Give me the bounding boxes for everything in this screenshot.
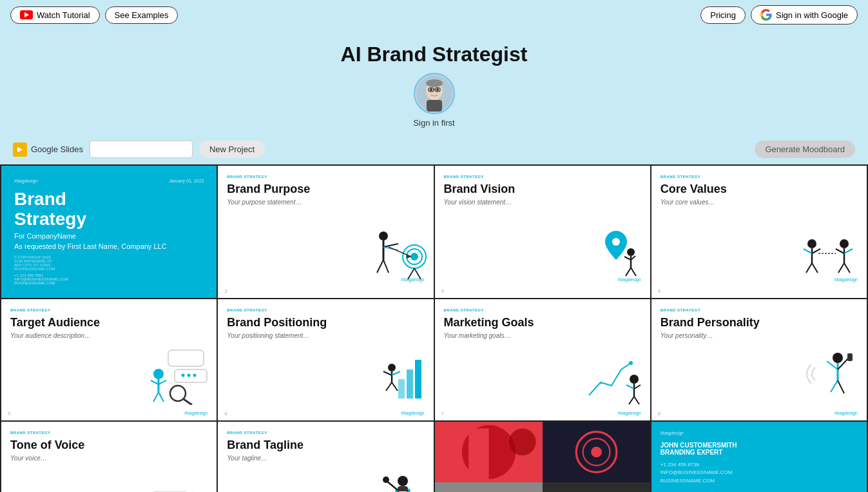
tagline-illustration: JUST DO IT: [379, 469, 427, 492]
slide-blue-info[interactable]: #bagdesign JOHN CUSTOMERSMITHBRANDING EX…: [651, 422, 868, 492]
svg-point-29: [807, 239, 816, 248]
sign-in-label: Sign in with Google: [776, 10, 848, 20]
svg-line-21: [383, 260, 389, 273]
slide-brand-purpose[interactable]: BRAND STRATEGY Brand Purpose Your purpos…: [218, 166, 434, 299]
svg-line-54: [184, 399, 192, 405]
svg-line-38: [844, 249, 853, 253]
slide-8-page: 8: [658, 411, 661, 417]
archer-illustration: [369, 224, 427, 285]
vision-illustration: [589, 228, 644, 285]
svg-line-68: [634, 385, 641, 389]
svg-point-64: [629, 361, 633, 365]
slide-core-values[interactable]: BRAND STRATEGY Core Values Your core val…: [651, 166, 868, 299]
svg-rect-8: [427, 100, 442, 112]
slide-7-title: Marketing Goals: [444, 316, 641, 330]
sign-in-prompt[interactable]: Sign in first: [0, 118, 868, 128]
slide-7-page: 7: [441, 411, 444, 417]
slide-2-label: BRAND STRATEGY: [227, 175, 424, 179]
svg-line-62: [386, 382, 392, 391]
slide-brand-tagline[interactable]: BRAND STRATEGY Brand Tagline Your taglin…: [218, 422, 434, 492]
svg-line-67: [626, 385, 634, 389]
slide-8-title: Brand Personality: [661, 316, 858, 330]
slide-5-title: Target Audience: [10, 316, 207, 330]
svg-point-71: [833, 353, 843, 363]
svg-rect-55: [398, 379, 405, 399]
marketing-illustration: [583, 350, 644, 408]
pricing-button[interactable]: Pricing: [700, 6, 746, 24]
slide-7-desc: Your marketing goals…: [444, 332, 641, 339]
slide-5-desc: Your audience description…: [10, 332, 207, 339]
cover-date: January 01, 2023: [169, 179, 204, 183]
see-examples-button[interactable]: See Examples: [105, 6, 178, 24]
google-slides-label: Google Slides: [31, 144, 83, 154]
slide-cover-inner: #bagdesign January 01, 2023 BrandStrateg…: [1, 166, 217, 298]
svg-point-23: [627, 248, 635, 256]
watch-tutorial-label: Watch Tutorial: [37, 10, 90, 20]
svg-point-44: [182, 373, 185, 377]
slide-9-desc: Your voice…: [10, 455, 207, 462]
slide-6-page: 6: [224, 411, 227, 417]
slide-cover[interactable]: #bagdesign January 01, 2023 BrandStrateg…: [1, 166, 218, 299]
core-values-illustration: [796, 231, 860, 285]
new-project-button[interactable]: New Project: [199, 141, 265, 158]
svg-line-50: [159, 380, 166, 384]
mood-cell-4: a: [543, 482, 650, 492]
slide-brand-vision[interactable]: BRAND STRATEGY Brand Vision Your vision …: [435, 166, 651, 299]
watch-tutorial-button[interactable]: Watch Tutorial: [10, 6, 100, 24]
mood-cell-3: [435, 482, 543, 492]
slide-brand-positioning[interactable]: BRAND STRATEGY Brand Positioning Your po…: [218, 299, 434, 422]
audience-illustration: [146, 347, 210, 408]
svg-point-47: [153, 369, 164, 379]
top-nav: Watch Tutorial See Examples Pricing Sign…: [0, 0, 868, 30]
svg-line-52: [159, 392, 164, 402]
mood-cell-2: [543, 422, 650, 482]
positioning-illustration: [369, 347, 427, 408]
slide-brand-personality[interactable]: BRAND STRATEGY Brand Personality Your pe…: [651, 299, 868, 422]
svg-line-32: [812, 249, 820, 253]
cover-footer: © COPYRIGHT 2023 1234 ANYWHERE ST. ANY C…: [14, 255, 204, 285]
svg-line-12: [408, 268, 414, 279]
slide-5-page: 5: [8, 411, 10, 417]
top-nav-left: Watch Tutorial See Examples: [10, 6, 178, 24]
youtube-icon: [20, 10, 33, 19]
svg-line-60: [383, 371, 392, 375]
mood-cell-1: [435, 422, 543, 482]
slide-moodboard[interactable]: a atticlan: [435, 422, 651, 492]
svg-point-45: [188, 373, 191, 377]
top-nav-right: Pricing Sign in with Google: [700, 5, 858, 25]
project-name-input[interactable]: [90, 141, 193, 158]
svg-line-16: [383, 244, 398, 247]
pricing-label: Pricing: [710, 10, 736, 20]
svg-line-49: [151, 380, 159, 384]
generate-moodboard-button[interactable]: Generate Moodboard: [755, 141, 855, 158]
svg-point-14: [379, 231, 388, 241]
slide-tone-of-voice[interactable]: BRAND STRATEGY Tone of Voice Your voice……: [1, 422, 218, 492]
slide-2-page: 2: [224, 288, 227, 294]
sign-in-button[interactable]: Sign in with Google: [751, 5, 858, 25]
svg-rect-94: [468, 428, 488, 482]
slide-6-label: BRAND STRATEGY: [227, 308, 424, 312]
svg-rect-42: [168, 350, 204, 366]
page-header: AI Brand Strategist Sign in first: [0, 30, 868, 134]
svg-line-51: [153, 392, 159, 402]
svg-line-63: [392, 382, 398, 391]
svg-point-95: [508, 428, 535, 455]
slide-marketing-goals[interactable]: BRAND STRATEGY Marketing Goals Your mark…: [435, 299, 651, 422]
svg-line-39: [838, 263, 844, 273]
svg-line-31: [804, 249, 812, 253]
blue-info-content: #bagdesign JOHN CUSTOMERSMITHBRANDING EX…: [651, 422, 867, 492]
svg-line-70: [634, 397, 639, 404]
svg-line-76: [831, 380, 838, 392]
slide-7-label: BRAND STRATEGY: [444, 308, 641, 312]
svg-point-35: [840, 239, 849, 248]
blue-contact-info: +1 234 456 8738 INFO@BUSINESSNAME.COM BU…: [661, 461, 858, 486]
cover-brand-label: #bagdesign: [14, 179, 37, 183]
svg-point-65: [630, 375, 639, 384]
slide-6-desc: Your positioning statement…: [227, 332, 424, 339]
svg-point-46: [193, 373, 197, 377]
slide-10-title: Brand Tagline: [227, 438, 424, 452]
slide-8-desc: Your personality…: [661, 332, 858, 339]
slide-4-title: Core Values: [661, 182, 858, 196]
slide-target-audience[interactable]: BRAND STRATEGY Target Audience Your audi…: [1, 299, 218, 422]
toolbar-left: ▶ Google Slides New Project: [13, 141, 265, 158]
